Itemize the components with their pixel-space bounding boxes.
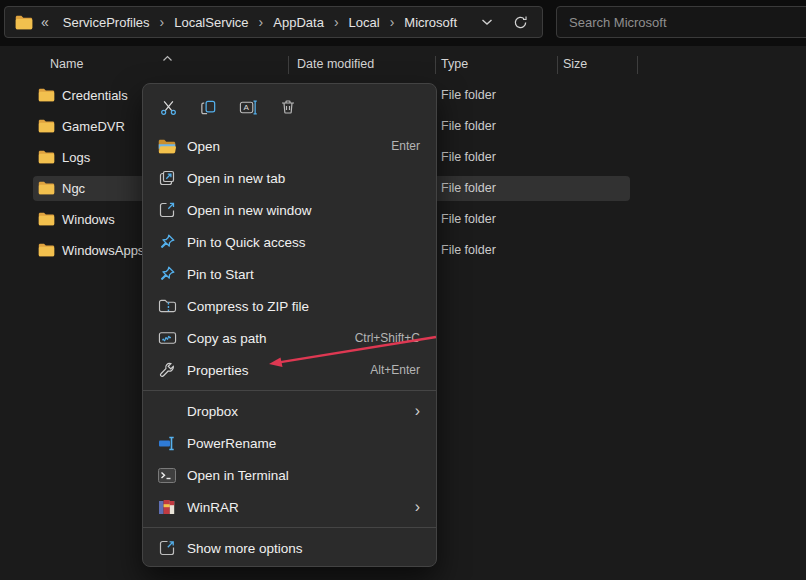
- menu-item-shortcut: Enter: [391, 139, 420, 153]
- breadcrumb-item[interactable]: ServiceProfiles: [57, 13, 156, 32]
- menu-item-label: Open: [187, 139, 220, 154]
- menu-item-label: Show more options: [187, 541, 303, 556]
- menu-item-open-in-new-window[interactable]: Open in new window: [143, 194, 436, 226]
- address-bar[interactable]: « ServiceProfiles›LocalService›AppData›L…: [4, 6, 543, 38]
- file-explorer-window: « ServiceProfiles›LocalService›AppData›L…: [0, 0, 806, 580]
- file-name[interactable]: WindowsApps: [62, 238, 144, 263]
- refresh-icon[interactable]: [513, 15, 528, 30]
- menu-item-label: Pin to Start: [187, 267, 254, 282]
- menu-item-label: Open in new tab: [187, 171, 285, 186]
- menu-item-label: WinRAR: [187, 500, 239, 515]
- file-type: File folder: [441, 238, 496, 263]
- menu-item-pin-to-start[interactable]: Pin to Start: [143, 258, 436, 290]
- breadcrumb-item[interactable]: AppData: [267, 13, 330, 32]
- pin-icon: [157, 232, 177, 252]
- winrar-icon: [157, 497, 177, 517]
- column-header-size[interactable]: Size: [563, 57, 587, 71]
- menu-item-label: Properties: [187, 363, 249, 378]
- folder-icon: [38, 243, 55, 261]
- menu-item-winrar[interactable]: WinRAR›: [143, 491, 436, 523]
- pin-icon: [157, 264, 177, 284]
- folder-icon: [38, 150, 55, 168]
- column-divider: [288, 56, 289, 74]
- svg-text:A: A: [243, 103, 249, 112]
- breadcrumb-item[interactable]: LocalService: [168, 13, 254, 32]
- column-header-row: Name Date modified Type Size: [0, 50, 806, 77]
- folder-icon: [38, 212, 55, 230]
- menu-item-label: Compress to ZIP file: [187, 299, 309, 314]
- menu-item-compress-to-zip-file[interactable]: Compress to ZIP file: [143, 290, 436, 322]
- breadcrumb-overflow[interactable]: «: [41, 14, 49, 30]
- folder-icon: [38, 119, 55, 137]
- context-menu: A OpenEnterOpen in new tabOpen in new wi…: [142, 83, 437, 567]
- menu-item-open[interactable]: OpenEnter: [143, 130, 436, 162]
- menu-item-pin-to-quick-access[interactable]: Pin to Quick access: [143, 226, 436, 258]
- chevron-right-icon: ›: [415, 499, 420, 515]
- breadcrumb-item[interactable]: Microsoft: [398, 13, 463, 32]
- column-header-name[interactable]: Name: [50, 57, 83, 71]
- open-new-tab-icon: [157, 168, 177, 188]
- terminal-icon: [157, 465, 177, 485]
- menu-item-label: Pin to Quick access: [187, 235, 306, 250]
- menu-item-label: PowerRename: [187, 436, 276, 451]
- folder-icon: [38, 181, 55, 199]
- breadcrumb: ServiceProfiles›LocalService›AppData›Loc…: [57, 13, 473, 32]
- file-name[interactable]: Windows: [62, 207, 115, 232]
- file-type: File folder: [441, 83, 496, 108]
- menu-item-copy-as-path[interactable]: Copy as pathCtrl+Shift+C: [143, 322, 436, 354]
- menu-item-properties[interactable]: PropertiesAlt+Enter: [143, 354, 436, 386]
- rename-icon: A: [238, 98, 259, 117]
- column-header-type[interactable]: Type: [441, 57, 468, 71]
- file-name[interactable]: Credentials: [62, 83, 128, 108]
- copy-icon: [199, 98, 218, 117]
- search-placeholder: Search Microsoft: [569, 15, 667, 30]
- sort-ascending-icon: [162, 51, 173, 65]
- menu-item-open-in-new-tab[interactable]: Open in new tab: [143, 162, 436, 194]
- breadcrumb-separator-icon: ›: [388, 14, 397, 30]
- file-name[interactable]: Ngc: [62, 176, 85, 201]
- show-more-icon: [157, 538, 177, 558]
- open-new-window-icon: [157, 200, 177, 220]
- column-header-date-modified[interactable]: Date modified: [297, 57, 374, 71]
- column-divider: [557, 56, 558, 74]
- rename-button[interactable]: A: [232, 92, 264, 122]
- column-divider: [435, 56, 436, 74]
- zip-folder-icon: [157, 296, 177, 316]
- delete-button[interactable]: [272, 92, 304, 122]
- powerrename-icon: [157, 433, 177, 453]
- file-name[interactable]: GameDVR: [62, 114, 125, 139]
- menu-divider: [143, 527, 436, 528]
- folder-icon: [15, 15, 33, 30]
- menu-item-dropbox[interactable]: Dropbox›: [143, 395, 436, 427]
- no-icon: [157, 401, 177, 421]
- menu-item-shortcut: Ctrl+Shift+C: [355, 331, 420, 345]
- menu-item-label: Copy as path: [187, 331, 267, 346]
- wrench-icon: [157, 360, 177, 380]
- breadcrumb-item[interactable]: Local: [343, 13, 386, 32]
- context-menu-quick-actions: A: [143, 84, 436, 130]
- toolbar: « ServiceProfiles›LocalService›AppData›L…: [0, 0, 806, 46]
- copy-button[interactable]: [192, 92, 224, 122]
- breadcrumb-separator-icon: ›: [332, 14, 341, 30]
- column-divider: [637, 56, 638, 74]
- menu-divider: [143, 390, 436, 391]
- file-type: File folder: [441, 145, 496, 170]
- file-type: File folder: [441, 207, 496, 232]
- chevron-right-icon: ›: [415, 403, 420, 419]
- trash-icon: [279, 98, 297, 116]
- scissors-icon: [159, 98, 178, 117]
- copy-path-icon: [157, 328, 177, 348]
- file-name[interactable]: Logs: [62, 145, 90, 170]
- file-type: File folder: [441, 176, 496, 201]
- breadcrumb-separator-icon: ›: [158, 14, 167, 30]
- open-folder-icon: [157, 136, 177, 156]
- menu-item-show-more-options[interactable]: Show more options: [143, 532, 436, 564]
- menu-item-label: Open in new window: [187, 203, 312, 218]
- menu-item-powerrename[interactable]: PowerRename: [143, 427, 436, 459]
- menu-item-open-in-terminal[interactable]: Open in Terminal: [143, 459, 436, 491]
- folder-icon: [38, 88, 55, 106]
- chevron-down-icon[interactable]: [481, 18, 493, 26]
- menu-item-label: Open in Terminal: [187, 468, 289, 483]
- search-input[interactable]: Search Microsoft: [556, 6, 806, 38]
- cut-button[interactable]: [152, 92, 184, 122]
